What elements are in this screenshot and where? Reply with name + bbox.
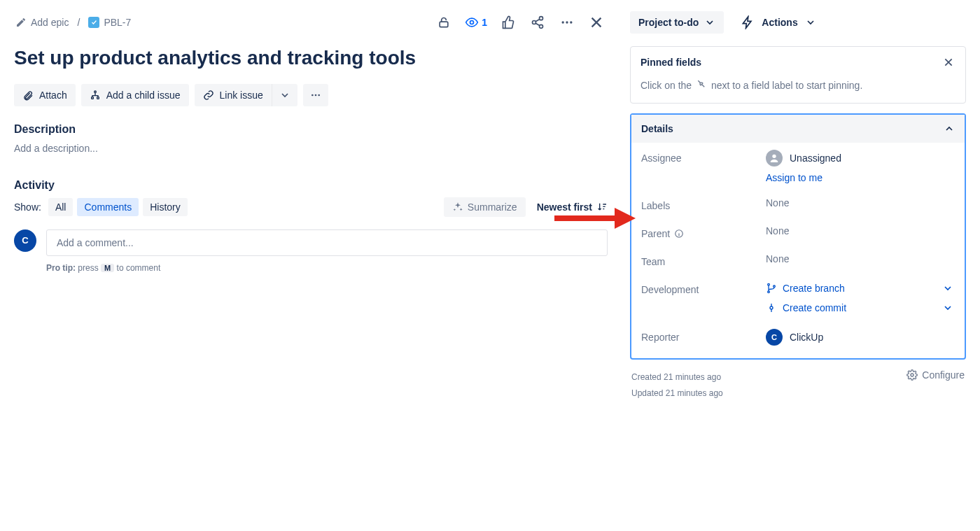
description-section: Description Add a description...	[14, 123, 608, 155]
share-icon	[531, 15, 545, 29]
issue-key-text: PBL-7	[104, 17, 131, 28]
chevron-up-icon	[944, 123, 955, 134]
create-commit-dropdown[interactable]	[941, 301, 955, 315]
lock-icon-button[interactable]	[433, 11, 455, 34]
share-button[interactable]	[526, 11, 549, 34]
issue-meta: Created 21 minutes ago Updated 21 minute…	[630, 369, 966, 402]
svg-point-16	[768, 283, 770, 285]
pro-tip: Pro tip: press M to comment	[46, 263, 608, 273]
svg-point-11	[312, 94, 314, 96]
info-icon[interactable]	[674, 229, 684, 239]
labels-value[interactable]: None	[766, 197, 955, 208]
issue-title[interactable]: Set up product analytics and tracking to…	[14, 46, 608, 70]
actions-dropdown[interactable]: Actions	[735, 11, 821, 34]
svg-point-13	[318, 94, 320, 96]
add-child-issue-button[interactable]: Add a child issue	[81, 84, 189, 106]
sort-desc-icon	[596, 201, 608, 213]
quick-actions-row: Attach Add a child issue Link issue	[14, 84, 608, 106]
pinned-fields-panel: Pinned fields Click on the next to a fie…	[630, 46, 966, 104]
dismiss-pinned-hint[interactable]	[941, 55, 955, 69]
field-development: Development Create branch	[631, 274, 965, 322]
link-issue-button[interactable]: Link issue	[195, 84, 272, 106]
tab-comments[interactable]: Comments	[77, 198, 139, 216]
team-label: Team	[641, 253, 760, 267]
more-actions-button[interactable]	[556, 11, 578, 34]
close-modal-button[interactable]	[585, 11, 608, 34]
status-dropdown[interactable]: Project to-do	[630, 11, 724, 34]
activity-heading: Activity	[14, 179, 608, 192]
team-value[interactable]: None	[766, 253, 955, 264]
issuetype-task-icon	[88, 17, 99, 28]
svg-point-17	[768, 291, 770, 293]
activity-section: Activity Show: All Comments History Summ…	[14, 179, 608, 273]
add-epic-link[interactable]: Add epic	[14, 14, 70, 31]
assignee-label: Assignee	[641, 150, 760, 164]
field-reporter: Reporter C ClickUp	[631, 322, 965, 358]
dots-horizontal-icon	[310, 90, 321, 101]
svg-point-19	[770, 306, 773, 309]
svg-point-8	[94, 91, 96, 93]
actions-label: Actions	[762, 17, 797, 28]
attach-button[interactable]: Attach	[14, 84, 76, 106]
close-icon	[589, 15, 604, 30]
reporter-value[interactable]: C ClickUp	[766, 329, 955, 346]
reporter-label: Reporter	[641, 329, 760, 343]
svg-point-5	[562, 21, 564, 23]
labels-label: Labels	[641, 197, 760, 211]
show-label: Show:	[14, 201, 41, 213]
tab-all[interactable]: All	[48, 198, 74, 216]
gear-icon	[906, 369, 918, 381]
chevron-down-icon	[942, 283, 953, 294]
content-more-button[interactable]	[303, 84, 328, 106]
field-assignee: Assignee Unassigned Assign to me	[631, 143, 965, 190]
development-label: Development	[641, 281, 760, 295]
pro-tip-strong: Pro tip:	[46, 263, 76, 273]
create-commit-text: Create commit	[783, 302, 846, 313]
unassigned-avatar-icon	[766, 150, 783, 167]
svg-rect-9	[91, 97, 93, 99]
sort-label: Newest first	[537, 201, 592, 213]
svg-rect-10	[97, 97, 99, 99]
comment-input[interactable]: Add a comment...	[46, 229, 608, 256]
reporter-name: ClickUp	[790, 332, 823, 343]
pro-tip-before: press	[78, 263, 98, 273]
pro-tip-after: to comment	[117, 263, 161, 273]
tab-history[interactable]: History	[143, 198, 188, 216]
assignee-value[interactable]: Unassigned	[766, 150, 955, 167]
created-timestamp: Created 21 minutes ago	[631, 369, 723, 385]
parent-value[interactable]: None	[766, 225, 955, 236]
pinned-hint-before: Click on the	[640, 80, 692, 91]
sparkle-icon	[452, 201, 463, 213]
pin-icon	[694, 76, 710, 92]
details-toggle[interactable]: Details	[631, 115, 965, 143]
user-avatar: C	[14, 229, 36, 252]
issue-key-link[interactable]: PBL-7	[87, 14, 132, 31]
create-branch-link[interactable]: Create branch	[766, 283, 845, 294]
pinned-fields-title: Pinned fields	[640, 57, 701, 68]
attachment-icon	[22, 90, 34, 101]
add-epic-label: Add epic	[31, 17, 69, 28]
watch-count: 1	[482, 17, 487, 28]
description-input[interactable]: Add a description...	[14, 141, 608, 155]
assignee-value-text: Unassigned	[790, 153, 841, 164]
watch-button[interactable]: 1	[462, 15, 490, 29]
create-commit-link[interactable]: Create commit	[766, 302, 846, 313]
link-issue-dropdown[interactable]	[272, 84, 298, 106]
summarize-label: Summarize	[468, 201, 517, 213]
unlock-icon	[437, 15, 451, 29]
vote-button[interactable]	[497, 11, 519, 34]
svg-point-18	[774, 285, 776, 288]
svg-rect-0	[440, 22, 448, 27]
git-commit-icon	[766, 302, 777, 313]
summarize-button[interactable]: Summarize	[444, 197, 526, 217]
create-branch-dropdown[interactable]	[941, 281, 955, 295]
pinned-hint-after: next to a field label to start pinning.	[711, 80, 862, 91]
details-title: Details	[641, 123, 673, 134]
assign-to-me-link[interactable]: Assign to me	[766, 172, 955, 183]
add-child-label: Add a child issue	[106, 90, 181, 101]
sort-toggle[interactable]: Newest first	[537, 201, 608, 213]
modal-top-actions: 1	[433, 11, 608, 34]
breadcrumb-separator: /	[77, 17, 80, 28]
configure-button[interactable]: Configure	[906, 369, 965, 381]
link-issue-group: Link issue	[195, 84, 298, 106]
